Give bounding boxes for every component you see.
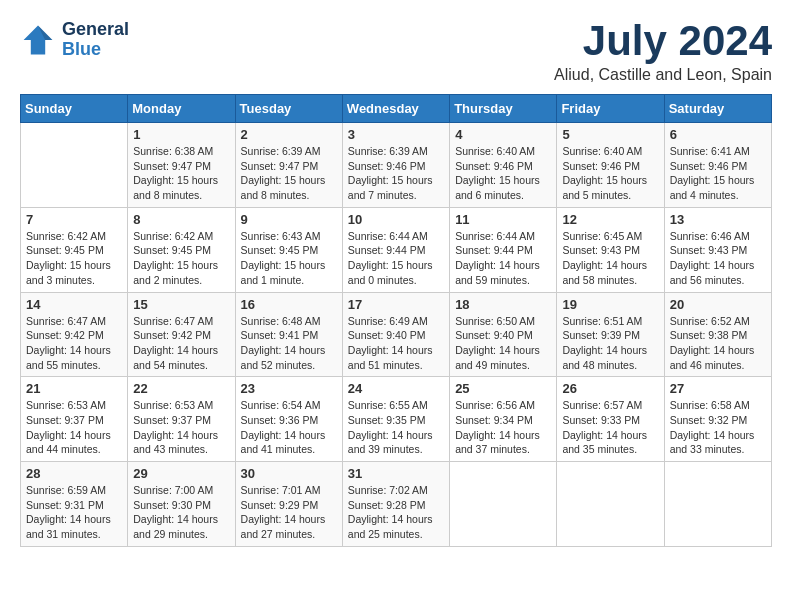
calendar-day-cell: 30Sunrise: 7:01 AMSunset: 9:29 PMDayligh… [235,462,342,547]
day-number: 11 [455,212,551,227]
calendar-day-cell: 11Sunrise: 6:44 AMSunset: 9:44 PMDayligh… [450,207,557,292]
day-number: 19 [562,297,658,312]
day-number: 22 [133,381,229,396]
day-info: Sunrise: 6:41 AMSunset: 9:46 PMDaylight:… [670,144,766,203]
calendar-day-cell: 27Sunrise: 6:58 AMSunset: 9:32 PMDayligh… [664,377,771,462]
day-info: Sunrise: 6:56 AMSunset: 9:34 PMDaylight:… [455,398,551,457]
day-info: Sunrise: 6:47 AMSunset: 9:42 PMDaylight:… [26,314,122,373]
day-number: 8 [133,212,229,227]
day-info: Sunrise: 6:51 AMSunset: 9:39 PMDaylight:… [562,314,658,373]
day-number: 13 [670,212,766,227]
day-number: 9 [241,212,337,227]
day-info: Sunrise: 6:44 AMSunset: 9:44 PMDaylight:… [348,229,444,288]
day-number: 10 [348,212,444,227]
day-info: Sunrise: 6:55 AMSunset: 9:35 PMDaylight:… [348,398,444,457]
calendar-week-row: 21Sunrise: 6:53 AMSunset: 9:37 PMDayligh… [21,377,772,462]
location-title: Aliud, Castille and Leon, Spain [554,66,772,84]
calendar-day-cell: 6Sunrise: 6:41 AMSunset: 9:46 PMDaylight… [664,123,771,208]
weekday-header-thursday: Thursday [450,95,557,123]
weekday-header-sunday: Sunday [21,95,128,123]
day-info: Sunrise: 6:40 AMSunset: 9:46 PMDaylight:… [562,144,658,203]
calendar-day-cell: 18Sunrise: 6:50 AMSunset: 9:40 PMDayligh… [450,292,557,377]
day-number: 24 [348,381,444,396]
calendar-day-cell: 21Sunrise: 6:53 AMSunset: 9:37 PMDayligh… [21,377,128,462]
day-info: Sunrise: 7:00 AMSunset: 9:30 PMDaylight:… [133,483,229,542]
calendar-week-row: 14Sunrise: 6:47 AMSunset: 9:42 PMDayligh… [21,292,772,377]
day-number: 18 [455,297,551,312]
day-info: Sunrise: 6:44 AMSunset: 9:44 PMDaylight:… [455,229,551,288]
day-info: Sunrise: 6:53 AMSunset: 9:37 PMDaylight:… [26,398,122,457]
day-number: 30 [241,466,337,481]
weekday-header-friday: Friday [557,95,664,123]
day-info: Sunrise: 6:39 AMSunset: 9:47 PMDaylight:… [241,144,337,203]
day-number: 25 [455,381,551,396]
day-info: Sunrise: 6:42 AMSunset: 9:45 PMDaylight:… [26,229,122,288]
weekday-header-monday: Monday [128,95,235,123]
day-info: Sunrise: 6:49 AMSunset: 9:40 PMDaylight:… [348,314,444,373]
day-number: 4 [455,127,551,142]
day-info: Sunrise: 6:58 AMSunset: 9:32 PMDaylight:… [670,398,766,457]
calendar-day-cell: 7Sunrise: 6:42 AMSunset: 9:45 PMDaylight… [21,207,128,292]
day-number: 28 [26,466,122,481]
day-number: 3 [348,127,444,142]
day-info: Sunrise: 6:59 AMSunset: 9:31 PMDaylight:… [26,483,122,542]
calendar-day-cell: 17Sunrise: 6:49 AMSunset: 9:40 PMDayligh… [342,292,449,377]
calendar-day-cell [664,462,771,547]
calendar-day-cell: 12Sunrise: 6:45 AMSunset: 9:43 PMDayligh… [557,207,664,292]
day-info: Sunrise: 6:52 AMSunset: 9:38 PMDaylight:… [670,314,766,373]
day-number: 2 [241,127,337,142]
calendar-day-cell: 26Sunrise: 6:57 AMSunset: 9:33 PMDayligh… [557,377,664,462]
day-number: 16 [241,297,337,312]
day-info: Sunrise: 6:48 AMSunset: 9:41 PMDaylight:… [241,314,337,373]
day-number: 1 [133,127,229,142]
day-info: Sunrise: 6:54 AMSunset: 9:36 PMDaylight:… [241,398,337,457]
logo: General Blue [20,20,129,60]
calendar-day-cell: 19Sunrise: 6:51 AMSunset: 9:39 PMDayligh… [557,292,664,377]
day-number: 6 [670,127,766,142]
day-number: 7 [26,212,122,227]
day-info: Sunrise: 6:43 AMSunset: 9:45 PMDaylight:… [241,229,337,288]
calendar-day-cell [450,462,557,547]
logo-icon [20,22,56,58]
weekday-header-saturday: Saturday [664,95,771,123]
day-info: Sunrise: 6:45 AMSunset: 9:43 PMDaylight:… [562,229,658,288]
calendar-day-cell: 2Sunrise: 6:39 AMSunset: 9:47 PMDaylight… [235,123,342,208]
day-number: 12 [562,212,658,227]
calendar-day-cell [557,462,664,547]
calendar-week-row: 7Sunrise: 6:42 AMSunset: 9:45 PMDaylight… [21,207,772,292]
calendar-day-cell: 5Sunrise: 6:40 AMSunset: 9:46 PMDaylight… [557,123,664,208]
day-info: Sunrise: 6:39 AMSunset: 9:46 PMDaylight:… [348,144,444,203]
day-info: Sunrise: 6:50 AMSunset: 9:40 PMDaylight:… [455,314,551,373]
month-title: July 2024 [554,20,772,62]
calendar-day-cell: 3Sunrise: 6:39 AMSunset: 9:46 PMDaylight… [342,123,449,208]
calendar-day-cell: 9Sunrise: 6:43 AMSunset: 9:45 PMDaylight… [235,207,342,292]
day-number: 27 [670,381,766,396]
calendar-day-cell [21,123,128,208]
calendar-table: SundayMondayTuesdayWednesdayThursdayFrid… [20,94,772,547]
calendar-week-row: 28Sunrise: 6:59 AMSunset: 9:31 PMDayligh… [21,462,772,547]
day-number: 20 [670,297,766,312]
calendar-day-cell: 31Sunrise: 7:02 AMSunset: 9:28 PMDayligh… [342,462,449,547]
weekday-header-wednesday: Wednesday [342,95,449,123]
day-number: 29 [133,466,229,481]
logo-text: General Blue [62,20,129,60]
calendar-day-cell: 29Sunrise: 7:00 AMSunset: 9:30 PMDayligh… [128,462,235,547]
day-number: 21 [26,381,122,396]
calendar-day-cell: 25Sunrise: 6:56 AMSunset: 9:34 PMDayligh… [450,377,557,462]
day-number: 26 [562,381,658,396]
calendar-day-cell: 1Sunrise: 6:38 AMSunset: 9:47 PMDaylight… [128,123,235,208]
calendar-day-cell: 14Sunrise: 6:47 AMSunset: 9:42 PMDayligh… [21,292,128,377]
day-info: Sunrise: 6:47 AMSunset: 9:42 PMDaylight:… [133,314,229,373]
day-info: Sunrise: 6:53 AMSunset: 9:37 PMDaylight:… [133,398,229,457]
calendar-day-cell: 16Sunrise: 6:48 AMSunset: 9:41 PMDayligh… [235,292,342,377]
calendar-day-cell: 8Sunrise: 6:42 AMSunset: 9:45 PMDaylight… [128,207,235,292]
day-number: 15 [133,297,229,312]
calendar-header-row: SundayMondayTuesdayWednesdayThursdayFrid… [21,95,772,123]
day-number: 17 [348,297,444,312]
calendar-day-cell: 22Sunrise: 6:53 AMSunset: 9:37 PMDayligh… [128,377,235,462]
weekday-header-tuesday: Tuesday [235,95,342,123]
calendar-day-cell: 20Sunrise: 6:52 AMSunset: 9:38 PMDayligh… [664,292,771,377]
day-number: 31 [348,466,444,481]
day-info: Sunrise: 6:42 AMSunset: 9:45 PMDaylight:… [133,229,229,288]
day-number: 5 [562,127,658,142]
